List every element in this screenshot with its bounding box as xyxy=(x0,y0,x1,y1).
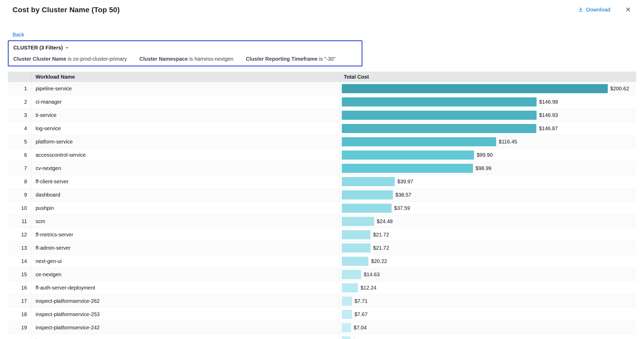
cost-value: $12.24 xyxy=(361,285,376,291)
cost-bar xyxy=(342,111,537,120)
cost-bar xyxy=(342,150,474,160)
filter-condition[interactable]: Cluster Cluster Name is ce-prod-cluster-… xyxy=(13,56,127,62)
row-rank: 9 xyxy=(8,188,31,202)
cost-value: $21.72 xyxy=(373,232,389,238)
table-row: 19inspect-platformservice-242$7.04 xyxy=(8,321,636,334)
workload-name: ff-admin-server xyxy=(31,241,339,255)
table-row: 10pushpin$37.59 xyxy=(8,202,636,215)
row-rank: 20 xyxy=(8,334,31,339)
cost-bar xyxy=(342,243,370,253)
workload-name: ff-auth-server-deployment xyxy=(31,281,339,294)
table-row: 2ci-manager$146.98 xyxy=(8,95,636,109)
filter-group-label: CLUSTER (3 Filters) xyxy=(13,44,63,51)
cost-bar xyxy=(342,97,537,106)
cost-cell: $24.48 xyxy=(339,215,636,228)
cost-bar xyxy=(342,257,369,266)
table-row: 18inspect-platformservice-253$7.67 xyxy=(8,308,636,321)
cost-cell: $21.72 xyxy=(339,241,636,255)
row-rank: 6 xyxy=(8,148,31,162)
download-label: Download xyxy=(586,7,610,13)
row-rank: 2 xyxy=(8,95,31,109)
filter-condition[interactable]: Cluster Reporting Timeframe is "-30" xyxy=(246,56,336,62)
cost-bar xyxy=(342,164,473,173)
cost-bar xyxy=(342,204,392,213)
table-row: 7cv-nextgen$98.99 xyxy=(8,162,636,175)
close-icon[interactable] xyxy=(625,6,631,13)
table-header-row: Workload Name Total Cost xyxy=(8,72,636,82)
workload-name: inspect-platformservice-253 xyxy=(31,308,339,321)
cost-bar xyxy=(342,217,374,226)
table-row: 13ff-admin-server$21.72 xyxy=(8,241,636,255)
cost-value: $146.93 xyxy=(539,112,558,118)
cost-cell: $37.59 xyxy=(339,202,636,215)
download-button[interactable]: Download xyxy=(578,7,610,13)
row-rank: 12 xyxy=(8,228,31,241)
workload-name: cv-nextgen xyxy=(31,162,339,175)
workload-name: ci-manager xyxy=(31,95,339,109)
workload-cost-table: Workload Name Total Cost 1pipeline-servi… xyxy=(8,72,636,339)
workload-name: ce-nextgen xyxy=(31,268,339,281)
download-icon xyxy=(578,7,584,12)
cost-cell: $116.45 xyxy=(339,135,636,148)
cost-cell: $20.22 xyxy=(339,255,636,268)
cost-cell: $21.72 xyxy=(339,228,636,241)
filter-panel: CLUSTER (3 Filters) Cluster Cluster Name… xyxy=(8,40,362,66)
cost-cell: $6.58 xyxy=(339,334,636,339)
filter-group-header[interactable]: CLUSTER (3 Filters) xyxy=(13,44,357,51)
cost-value: $20.22 xyxy=(371,258,387,264)
cost-bar xyxy=(342,283,358,292)
row-rank: 11 xyxy=(8,215,31,228)
cost-bar xyxy=(342,336,351,339)
cost-bar xyxy=(342,323,351,332)
table-row: 14next-gen-ui$20.22 xyxy=(8,255,636,268)
cost-value: $24.48 xyxy=(377,218,393,224)
cost-bar xyxy=(342,177,395,186)
workload-name: ff-client-server xyxy=(31,175,339,188)
cost-cell: $7.04 xyxy=(339,321,636,334)
row-rank: 18 xyxy=(8,308,31,321)
row-rank: 1 xyxy=(8,82,31,95)
cost-cell: $200.62 xyxy=(339,82,636,95)
workload-name: dashboard xyxy=(31,188,339,202)
row-rank: 7 xyxy=(8,162,31,175)
workload-name: log-service xyxy=(31,122,339,135)
total-cost-column-header: Total Cost xyxy=(339,72,636,82)
workload-name: next-gen-ui xyxy=(31,255,339,268)
workload-name: inspect-platformservice-242 xyxy=(31,321,339,334)
workload-name: pipeline-service xyxy=(31,82,339,95)
cost-value: $21.72 xyxy=(373,245,389,251)
row-rank: 10 xyxy=(8,202,31,215)
table-row: 8ff-client-server$39.97 xyxy=(8,175,636,188)
row-rank: 15 xyxy=(8,268,31,281)
cost-bar xyxy=(342,124,537,133)
cost-cell: $14.63 xyxy=(339,268,636,281)
workload-name: accesscontrol-service xyxy=(31,148,339,162)
cost-value: $37.59 xyxy=(394,205,410,211)
cost-value: $14.63 xyxy=(364,272,380,278)
row-rank: 8 xyxy=(8,175,31,188)
cost-cell: $98.99 xyxy=(339,162,636,175)
workload-name-column-header: Workload Name xyxy=(31,72,339,82)
cost-value: $38.57 xyxy=(396,192,411,198)
row-rank: 13 xyxy=(8,241,31,255)
back-link[interactable]: Back xyxy=(13,32,24,38)
cost-value: $39.97 xyxy=(397,179,413,185)
filter-condition[interactable]: Cluster Namespace is harness-nextgen xyxy=(139,56,233,62)
cost-value: $99.90 xyxy=(477,152,493,158)
table-row: 15ce-nextgen$14.63 xyxy=(8,268,636,281)
cost-value: $7.04 xyxy=(354,325,367,331)
table-row: 17inspect-platformservice-262$7.71 xyxy=(8,294,636,308)
workload-name: ff-metrics-server xyxy=(31,228,339,241)
workload-name: inspect-cvng-267 xyxy=(31,334,339,339)
cost-value: $146.98 xyxy=(539,99,558,105)
workload-name: scm xyxy=(31,215,339,228)
cost-cell: $7.67 xyxy=(339,308,636,321)
workload-name: pushpin xyxy=(31,202,339,215)
table-row: 1pipeline-service$200.62 xyxy=(8,82,636,95)
table-row: 9dashboard$38.57 xyxy=(8,188,636,202)
cost-cell: $146.98 xyxy=(339,95,636,109)
panel-header: Cost by Cluster Name (Top 50) Download xyxy=(8,6,636,14)
page-title: Cost by Cluster Name (Top 50) xyxy=(13,6,120,14)
chevron-down-icon xyxy=(65,46,69,50)
cost-value: $200.62 xyxy=(610,86,629,92)
